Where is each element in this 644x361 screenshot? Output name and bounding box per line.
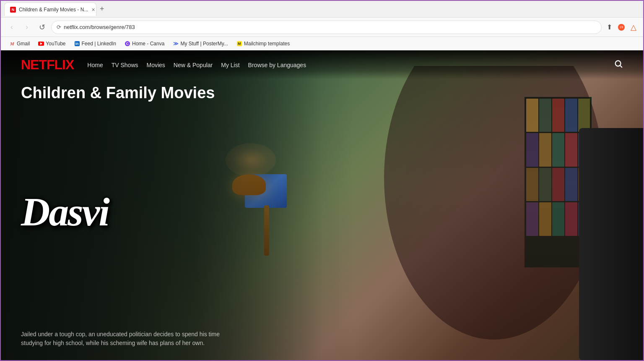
- tab-bar: N Children & Family Movies - N... × +: [4, 2, 640, 16]
- tab-favicon: N: [10, 6, 16, 13]
- netflix-header: NETFLIX Home TV Shows Movies New & Popul…: [1, 50, 643, 79]
- netflix-nav: Home TV Shows Movies New & Popular My Li…: [87, 62, 600, 68]
- address-url: netflix.com/browse/genre/783: [64, 24, 135, 30]
- netflix-logo: NETFLIX: [21, 57, 74, 73]
- toolbar-actions: ⬆ 19 △: [605, 21, 638, 34]
- bookmark-youtube[interactable]: YouTube: [35, 39, 69, 48]
- nav-new-popular[interactable]: New & Popular: [174, 62, 213, 68]
- dasvi-text: Dasvi: [21, 192, 109, 232]
- bookmark-canva[interactable]: C Home - Canva: [121, 39, 168, 48]
- bookmark-postermy-label: My Stuff | PosterMy...: [180, 41, 228, 47]
- brave-alert-icon: △: [631, 23, 636, 31]
- nav-my-list[interactable]: My List: [221, 62, 239, 68]
- address-bar[interactable]: ⟳ netflix.com/browse/genre/783: [51, 21, 602, 34]
- bookmark-gmail-label: Gmail: [17, 41, 30, 47]
- share-button[interactable]: ⬆: [605, 21, 614, 33]
- nav-browse-languages[interactable]: Browse by Languages: [248, 62, 306, 68]
- postermy-favicon-icon: ≫: [173, 41, 179, 47]
- youtube-favicon-icon: [38, 41, 44, 47]
- netflix-favicon-icon: N: [10, 7, 16, 13]
- tab-title: Children & Family Movies - N...: [19, 7, 88, 13]
- new-tab-button[interactable]: +: [96, 2, 108, 16]
- canva-favicon-icon: C: [125, 41, 130, 47]
- netflix-page: NETFLIX Home TV Shows Movies New & Popul…: [1, 50, 643, 360]
- person-silhouette: [367, 66, 611, 360]
- movie-description: Jailed under a tough cop, an uneducated …: [21, 330, 231, 360]
- nav-movies[interactable]: Movies: [147, 62, 165, 68]
- bookmark-linkedin-label: Feed | LinkedIn: [82, 41, 117, 47]
- dasvi-title-logo: Dasvi: [21, 192, 109, 232]
- bookmarks-bar: M Gmail YouTube in Feed | LinkedIn C Hom…: [1, 37, 643, 50]
- bookmark-linkedin[interactable]: in Feed | LinkedIn: [71, 39, 120, 48]
- browser-titlebar: N Children & Family Movies - N... × +: [1, 1, 643, 18]
- brave-count: 19: [620, 25, 623, 29]
- bookmark-canva-label: Home - Canva: [132, 41, 164, 47]
- forward-button[interactable]: ›: [21, 21, 33, 33]
- mailchimp-favicon-icon: M: [236, 41, 242, 47]
- search-button[interactable]: [614, 59, 623, 71]
- back-button[interactable]: ‹: [6, 21, 18, 33]
- browser-toolbar: ‹ › ↺ ⟳ netflix.com/browse/genre/783 ⬆ 1…: [1, 18, 643, 37]
- bookmark-postermy[interactable]: ≫ My Stuff | PosterMy...: [169, 39, 231, 48]
- hero-content: Children & Family Movies Dasvi Jailed un…: [1, 50, 354, 360]
- browser-frame: N Children & Family Movies - N... × + ‹ …: [0, 0, 644, 361]
- svg-line-1: [620, 65, 622, 67]
- bookmark-mailchimp[interactable]: M Mailchimp templates: [233, 39, 293, 48]
- search-icon: [614, 59, 623, 68]
- tab-close-button[interactable]: ×: [91, 6, 96, 13]
- address-lock-icon: ⟳: [57, 24, 61, 30]
- bookmark-gmail[interactable]: M Gmail: [6, 39, 33, 48]
- chair-back: [579, 128, 643, 361]
- brave-icon: 19: [618, 24, 625, 31]
- linkedin-favicon-icon: in: [74, 41, 80, 47]
- gmail-favicon-icon: M: [9, 41, 15, 47]
- bookmark-youtube-label: YouTube: [46, 41, 65, 47]
- brave-shield-button[interactable]: 19: [616, 22, 626, 32]
- brave-alert-button[interactable]: △: [629, 21, 638, 34]
- active-tab[interactable]: N Children & Family Movies - N... ×: [4, 3, 96, 16]
- nav-tv-shows[interactable]: TV Shows: [112, 62, 138, 68]
- featured-movie-logo-area: Dasvi: [21, 102, 334, 330]
- bookmark-mailchimp-label: Mailchimp templates: [244, 41, 290, 47]
- nav-home[interactable]: Home: [87, 62, 103, 68]
- reload-button[interactable]: ↺: [36, 21, 48, 33]
